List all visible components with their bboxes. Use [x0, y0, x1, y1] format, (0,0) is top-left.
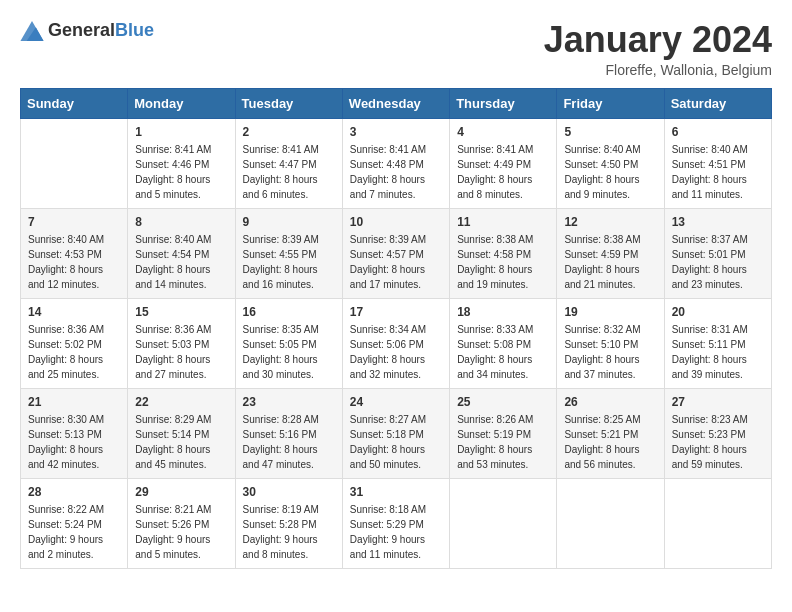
day-info: Sunrise: 8:21 AMSunset: 5:26 PMDaylight:…: [135, 502, 227, 562]
calendar-cell: 11Sunrise: 8:38 AMSunset: 4:58 PMDayligh…: [450, 208, 557, 298]
day-info: Sunrise: 8:35 AMSunset: 5:05 PMDaylight:…: [243, 322, 335, 382]
week-row-3: 14Sunrise: 8:36 AMSunset: 5:02 PMDayligh…: [21, 298, 772, 388]
day-info: Sunrise: 8:29 AMSunset: 5:14 PMDaylight:…: [135, 412, 227, 472]
calendar-cell: 21Sunrise: 8:30 AMSunset: 5:13 PMDayligh…: [21, 388, 128, 478]
logo-text: GeneralBlue: [48, 20, 154, 41]
calendar-cell: 1Sunrise: 8:41 AMSunset: 4:46 PMDaylight…: [128, 118, 235, 208]
calendar-cell: 27Sunrise: 8:23 AMSunset: 5:23 PMDayligh…: [664, 388, 771, 478]
day-number: 3: [350, 125, 442, 139]
day-number: 25: [457, 395, 549, 409]
day-info: Sunrise: 8:37 AMSunset: 5:01 PMDaylight:…: [672, 232, 764, 292]
day-number: 7: [28, 215, 120, 229]
day-info: Sunrise: 8:41 AMSunset: 4:47 PMDaylight:…: [243, 142, 335, 202]
calendar-cell: 17Sunrise: 8:34 AMSunset: 5:06 PMDayligh…: [342, 298, 449, 388]
day-number: 11: [457, 215, 549, 229]
calendar-cell: 28Sunrise: 8:22 AMSunset: 5:24 PMDayligh…: [21, 478, 128, 568]
calendar-cell: 10Sunrise: 8:39 AMSunset: 4:57 PMDayligh…: [342, 208, 449, 298]
day-number: 17: [350, 305, 442, 319]
weekday-header-thursday: Thursday: [450, 88, 557, 118]
weekday-header-monday: Monday: [128, 88, 235, 118]
week-row-5: 28Sunrise: 8:22 AMSunset: 5:24 PMDayligh…: [21, 478, 772, 568]
day-number: 26: [564, 395, 656, 409]
calendar-cell: 5Sunrise: 8:40 AMSunset: 4:50 PMDaylight…: [557, 118, 664, 208]
day-number: 16: [243, 305, 335, 319]
day-info: Sunrise: 8:18 AMSunset: 5:29 PMDaylight:…: [350, 502, 442, 562]
calendar-cell: 23Sunrise: 8:28 AMSunset: 5:16 PMDayligh…: [235, 388, 342, 478]
logo-blue: Blue: [115, 20, 154, 40]
day-info: Sunrise: 8:40 AMSunset: 4:51 PMDaylight:…: [672, 142, 764, 202]
day-info: Sunrise: 8:25 AMSunset: 5:21 PMDaylight:…: [564, 412, 656, 472]
calendar-cell: 30Sunrise: 8:19 AMSunset: 5:28 PMDayligh…: [235, 478, 342, 568]
calendar-cell: [664, 478, 771, 568]
day-number: 8: [135, 215, 227, 229]
day-number: 1: [135, 125, 227, 139]
calendar-cell: 20Sunrise: 8:31 AMSunset: 5:11 PMDayligh…: [664, 298, 771, 388]
day-info: Sunrise: 8:30 AMSunset: 5:13 PMDaylight:…: [28, 412, 120, 472]
day-info: Sunrise: 8:27 AMSunset: 5:18 PMDaylight:…: [350, 412, 442, 472]
day-number: 19: [564, 305, 656, 319]
calendar-cell: 13Sunrise: 8:37 AMSunset: 5:01 PMDayligh…: [664, 208, 771, 298]
day-info: Sunrise: 8:33 AMSunset: 5:08 PMDaylight:…: [457, 322, 549, 382]
day-info: Sunrise: 8:26 AMSunset: 5:19 PMDaylight:…: [457, 412, 549, 472]
logo-general: General: [48, 20, 115, 40]
day-number: 4: [457, 125, 549, 139]
day-number: 13: [672, 215, 764, 229]
calendar-cell: 26Sunrise: 8:25 AMSunset: 5:21 PMDayligh…: [557, 388, 664, 478]
logo-icon: [20, 21, 44, 41]
day-info: Sunrise: 8:40 AMSunset: 4:53 PMDaylight:…: [28, 232, 120, 292]
day-info: Sunrise: 8:41 AMSunset: 4:49 PMDaylight:…: [457, 142, 549, 202]
day-info: Sunrise: 8:22 AMSunset: 5:24 PMDaylight:…: [28, 502, 120, 562]
day-number: 14: [28, 305, 120, 319]
day-info: Sunrise: 8:39 AMSunset: 4:55 PMDaylight:…: [243, 232, 335, 292]
weekday-header-wednesday: Wednesday: [342, 88, 449, 118]
day-info: Sunrise: 8:19 AMSunset: 5:28 PMDaylight:…: [243, 502, 335, 562]
day-number: 27: [672, 395, 764, 409]
calendar-cell: 12Sunrise: 8:38 AMSunset: 4:59 PMDayligh…: [557, 208, 664, 298]
calendar-cell: 29Sunrise: 8:21 AMSunset: 5:26 PMDayligh…: [128, 478, 235, 568]
weekday-header-saturday: Saturday: [664, 88, 771, 118]
week-row-1: 1Sunrise: 8:41 AMSunset: 4:46 PMDaylight…: [21, 118, 772, 208]
calendar-cell: 7Sunrise: 8:40 AMSunset: 4:53 PMDaylight…: [21, 208, 128, 298]
day-number: 2: [243, 125, 335, 139]
calendar-cell: [21, 118, 128, 208]
header: GeneralBlue January 2024 Floreffe, Wallo…: [20, 20, 772, 78]
calendar-cell: [557, 478, 664, 568]
calendar-cell: 2Sunrise: 8:41 AMSunset: 4:47 PMDaylight…: [235, 118, 342, 208]
title-block: January 2024 Floreffe, Wallonia, Belgium: [544, 20, 772, 78]
day-info: Sunrise: 8:40 AMSunset: 4:50 PMDaylight:…: [564, 142, 656, 202]
calendar-cell: 25Sunrise: 8:26 AMSunset: 5:19 PMDayligh…: [450, 388, 557, 478]
calendar-cell: 19Sunrise: 8:32 AMSunset: 5:10 PMDayligh…: [557, 298, 664, 388]
day-number: 5: [564, 125, 656, 139]
calendar-cell: 8Sunrise: 8:40 AMSunset: 4:54 PMDaylight…: [128, 208, 235, 298]
day-info: Sunrise: 8:32 AMSunset: 5:10 PMDaylight:…: [564, 322, 656, 382]
day-number: 22: [135, 395, 227, 409]
day-number: 23: [243, 395, 335, 409]
calendar-table: SundayMondayTuesdayWednesdayThursdayFrid…: [20, 88, 772, 569]
calendar-cell: 9Sunrise: 8:39 AMSunset: 4:55 PMDaylight…: [235, 208, 342, 298]
calendar-cell: 16Sunrise: 8:35 AMSunset: 5:05 PMDayligh…: [235, 298, 342, 388]
calendar-cell: 24Sunrise: 8:27 AMSunset: 5:18 PMDayligh…: [342, 388, 449, 478]
weekday-header-friday: Friday: [557, 88, 664, 118]
day-number: 24: [350, 395, 442, 409]
day-number: 15: [135, 305, 227, 319]
logo: GeneralBlue: [20, 20, 154, 41]
calendar-cell: 15Sunrise: 8:36 AMSunset: 5:03 PMDayligh…: [128, 298, 235, 388]
day-number: 6: [672, 125, 764, 139]
day-info: Sunrise: 8:38 AMSunset: 4:59 PMDaylight:…: [564, 232, 656, 292]
location-subtitle: Floreffe, Wallonia, Belgium: [544, 62, 772, 78]
day-number: 28: [28, 485, 120, 499]
calendar-cell: 22Sunrise: 8:29 AMSunset: 5:14 PMDayligh…: [128, 388, 235, 478]
day-info: Sunrise: 8:40 AMSunset: 4:54 PMDaylight:…: [135, 232, 227, 292]
day-info: Sunrise: 8:31 AMSunset: 5:11 PMDaylight:…: [672, 322, 764, 382]
day-number: 31: [350, 485, 442, 499]
week-row-2: 7Sunrise: 8:40 AMSunset: 4:53 PMDaylight…: [21, 208, 772, 298]
day-info: Sunrise: 8:34 AMSunset: 5:06 PMDaylight:…: [350, 322, 442, 382]
calendar-cell: [450, 478, 557, 568]
day-number: 20: [672, 305, 764, 319]
day-info: Sunrise: 8:41 AMSunset: 4:48 PMDaylight:…: [350, 142, 442, 202]
day-info: Sunrise: 8:36 AMSunset: 5:02 PMDaylight:…: [28, 322, 120, 382]
day-number: 29: [135, 485, 227, 499]
day-number: 12: [564, 215, 656, 229]
day-number: 9: [243, 215, 335, 229]
weekday-header-row: SundayMondayTuesdayWednesdayThursdayFrid…: [21, 88, 772, 118]
